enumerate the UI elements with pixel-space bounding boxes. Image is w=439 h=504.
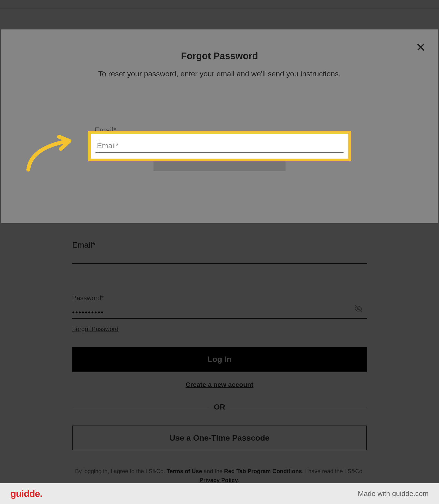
made-with-text: Made with guidde.com <box>358 490 429 498</box>
modal-title: Forgot Password <box>18 51 421 61</box>
modal-subtitle: To reset your password, enter your email… <box>18 70 421 78</box>
text-cursor <box>98 140 98 152</box>
modal-email-input[interactable] <box>96 139 343 153</box>
footer-bar: guidde. Made with guidde.com <box>0 483 439 504</box>
guidde-logo: guidde. <box>10 488 42 499</box>
forgot-password-modal: ✕ Forgot Password To reset your password… <box>1 29 438 223</box>
close-icon[interactable]: ✕ <box>416 41 426 54</box>
email-input-highlight <box>88 131 351 161</box>
